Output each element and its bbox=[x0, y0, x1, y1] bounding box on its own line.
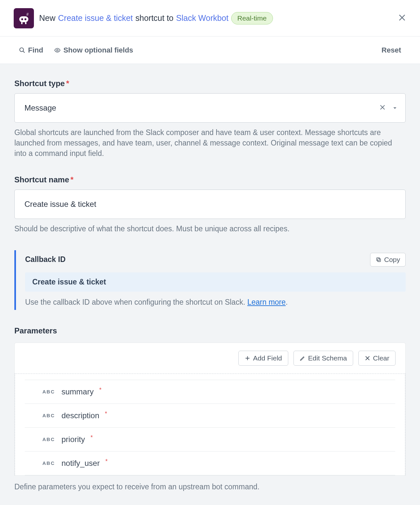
close-button[interactable] bbox=[398, 13, 406, 23]
header-left: # New Create issue & ticket shortcut to … bbox=[14, 8, 273, 28]
callback-id-value: Create issue & ticket bbox=[25, 272, 406, 292]
shortcut-type-label: Shortcut type* bbox=[14, 79, 406, 88]
copy-icon bbox=[376, 257, 382, 263]
parameter-row[interactable]: ABC description* bbox=[25, 404, 395, 428]
shortcut-type-help: Global shortcuts are launched from the S… bbox=[14, 127, 406, 159]
close-icon bbox=[398, 13, 406, 22]
clear-button[interactable]: Clear bbox=[358, 351, 396, 366]
find-label: Find bbox=[28, 46, 43, 54]
clear-label: Clear bbox=[373, 354, 389, 362]
chevron-down-icon bbox=[392, 105, 398, 111]
svg-point-2 bbox=[21, 18, 23, 20]
type-abc-icon: ABC bbox=[42, 460, 55, 466]
svg-rect-14 bbox=[377, 258, 380, 261]
parameter-row[interactable]: ABC notify_user* bbox=[25, 451, 395, 475]
shortcut-name-value: Create issue & ticket bbox=[24, 200, 96, 209]
parameters-box: Add Field Edit Schema Clear ABC summary*… bbox=[14, 343, 406, 476]
target-app-link[interactable]: Slack Workbot bbox=[176, 13, 229, 23]
parameters-list: ABC summary* ABC description* ABC priori… bbox=[15, 374, 405, 475]
realtime-badge: Real-time bbox=[231, 12, 273, 24]
page-header: # New Create issue & ticket shortcut to … bbox=[0, 0, 420, 37]
reset-button[interactable]: Reset bbox=[382, 46, 401, 54]
pencil-icon bbox=[300, 355, 306, 361]
slack-workbot-icon: # bbox=[14, 8, 34, 28]
clear-select-button[interactable] bbox=[379, 103, 386, 113]
svg-point-10 bbox=[57, 49, 58, 51]
shortcut-name-input[interactable]: Create issue & ticket bbox=[14, 190, 406, 219]
close-icon bbox=[365, 355, 370, 361]
show-optional-label: Show optional fields bbox=[63, 46, 133, 54]
svg-line-9 bbox=[23, 51, 25, 53]
eye-icon bbox=[54, 47, 61, 54]
shortcut-type-group: Shortcut type* Message Global shortcuts … bbox=[14, 79, 406, 159]
plus-icon bbox=[245, 355, 250, 361]
shortcut-name-help: Should be descriptive of what the shortc… bbox=[14, 223, 406, 234]
title-prefix: New bbox=[39, 13, 55, 23]
required-star: * bbox=[66, 79, 69, 88]
svg-point-3 bbox=[24, 18, 26, 20]
required-star: * bbox=[99, 387, 101, 393]
dropdown-caret[interactable] bbox=[392, 103, 398, 113]
parameters-toolbar: Add Field Edit Schema Clear bbox=[15, 343, 405, 374]
shortcut-name-group: Shortcut name* Create issue & ticket Sho… bbox=[14, 175, 406, 234]
parameters-section: Parameters Add Field Edit Schema Clear bbox=[14, 326, 406, 492]
parameters-help: Define parameters you expect to receive … bbox=[14, 482, 406, 492]
callback-id-help: Use the callback ID above when configuri… bbox=[25, 297, 406, 307]
svg-point-8 bbox=[20, 48, 24, 52]
learn-more-link[interactable]: Learn more bbox=[247, 298, 286, 306]
search-icon bbox=[19, 47, 25, 54]
shortcut-name-link[interactable]: Create issue & ticket bbox=[58, 13, 133, 23]
add-field-label: Add Field bbox=[253, 354, 282, 362]
shortcut-name-label: Shortcut name* bbox=[14, 175, 406, 184]
close-icon bbox=[379, 104, 386, 111]
type-abc-icon: ABC bbox=[42, 436, 55, 442]
type-abc-icon: ABC bbox=[42, 389, 55, 394]
edit-schema-button[interactable]: Edit Schema bbox=[293, 351, 353, 366]
required-star: * bbox=[105, 410, 107, 417]
svg-text:#: # bbox=[26, 12, 29, 17]
parameter-name: summary bbox=[62, 387, 94, 396]
parameter-name: description bbox=[62, 411, 99, 420]
copy-callback-button[interactable]: Copy bbox=[370, 253, 406, 267]
add-field-button[interactable]: Add Field bbox=[238, 351, 288, 366]
required-star: * bbox=[91, 434, 93, 441]
show-optional-fields-button[interactable]: Show optional fields bbox=[54, 46, 133, 54]
parameter-row[interactable]: ABC summary* bbox=[25, 380, 395, 404]
required-star: * bbox=[70, 175, 73, 184]
editor-toolbar: Find Show optional fields Reset bbox=[0, 37, 420, 64]
svg-rect-1 bbox=[19, 16, 28, 22]
parameters-label: Parameters bbox=[14, 326, 406, 335]
edit-schema-label: Edit Schema bbox=[308, 354, 347, 362]
svg-rect-4 bbox=[21, 22, 22, 24]
shortcut-type-select[interactable]: Message bbox=[14, 93, 406, 123]
copy-label: Copy bbox=[384, 256, 400, 264]
page-title: New Create issue & ticket shortcut to Sl… bbox=[39, 12, 273, 24]
parameter-row[interactable]: ABC priority* bbox=[25, 428, 395, 451]
find-button[interactable]: Find bbox=[19, 46, 43, 54]
shortcut-type-value: Message bbox=[24, 103, 56, 113]
parameter-name: notify_user bbox=[62, 459, 100, 468]
title-mid: shortcut to bbox=[135, 13, 173, 23]
required-star: * bbox=[105, 458, 108, 465]
type-abc-icon: ABC bbox=[42, 413, 55, 418]
form-content: Shortcut type* Message Global shortcuts … bbox=[0, 64, 420, 495]
parameter-name: priority bbox=[62, 435, 85, 444]
svg-rect-5 bbox=[25, 22, 26, 24]
callback-id-label: Callback ID bbox=[25, 255, 66, 264]
svg-rect-13 bbox=[378, 259, 381, 262]
callback-id-panel: Callback ID Copy Create issue & ticket U… bbox=[14, 250, 406, 310]
